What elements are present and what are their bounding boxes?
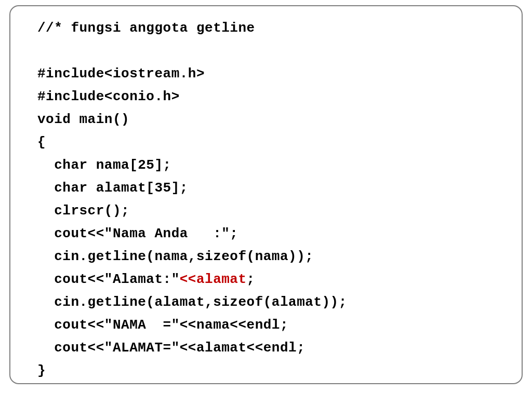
code-line: #include<conio.h> xyxy=(37,85,501,108)
code-line: cout<<"Alamat:"<<alamat; xyxy=(37,268,501,291)
code-line: cout<<"NAMA ="<<nama<<endl; xyxy=(37,314,501,336)
code-line: { xyxy=(37,131,501,154)
code-line: } xyxy=(37,359,501,382)
code-container: //* fungsi anggota getline #include<iost… xyxy=(9,5,523,384)
code-line: char alamat[35]; xyxy=(37,177,501,199)
code-line: cout<<"ALAMAT="<<alamat<<endl; xyxy=(37,336,501,359)
code-line: cin.getline(alamat,sizeof(alamat)); xyxy=(37,291,501,314)
code-line: cout<<"Nama Anda :"; xyxy=(37,222,501,245)
code-line: char nama[25]; xyxy=(37,154,501,177)
blank-line xyxy=(37,39,501,62)
code-segment: cout<<"Alamat:" xyxy=(37,272,180,287)
code-segment: ; xyxy=(247,272,255,287)
code-line: cin.getline(nama,sizeof(nama)); xyxy=(37,245,501,268)
code-line: //* fungsi anggota getline xyxy=(37,17,501,39)
code-line: #include<iostream.h> xyxy=(37,62,501,85)
code-line: clrscr(); xyxy=(37,199,501,222)
code-line: void main() xyxy=(37,108,501,131)
code-segment-highlight: <<alamat xyxy=(180,272,247,287)
